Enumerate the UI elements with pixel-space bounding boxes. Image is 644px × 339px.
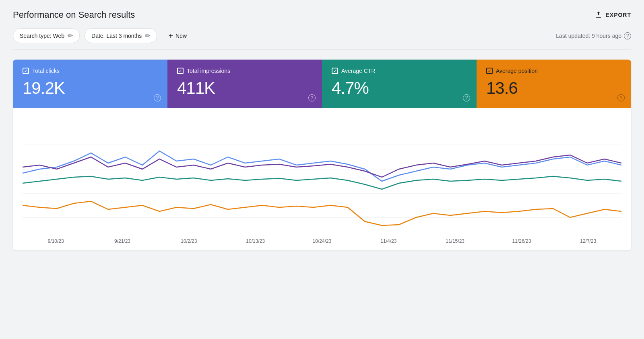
x-label-1: 9/21/23: [89, 238, 155, 244]
metric-label-impressions: Total impressions: [187, 68, 230, 74]
metric-card-total-impressions[interactable]: Total impressions 411K ?: [167, 60, 322, 108]
metric-label-position: Average position: [496, 68, 538, 74]
x-label-0: 9/10/23: [23, 238, 89, 244]
metric-label-ctr: Average CTR: [341, 68, 376, 74]
edit-icon: ✏: [68, 32, 73, 39]
date-filter[interactable]: Date: Last 3 months ✏: [85, 28, 157, 43]
export-icon: [594, 11, 603, 19]
filters-bar: Search type: Web ✏ Date: Last 3 months ✏…: [13, 28, 631, 50]
help-icon-ctr[interactable]: ?: [463, 94, 470, 101]
checkbox-avg-position: [486, 68, 493, 74]
metric-card-total-clicks[interactable]: Total clicks 19.2K ?: [13, 60, 167, 108]
checkbox-total-impressions: [177, 68, 184, 74]
x-label-4: 10/24/23: [289, 238, 355, 244]
ctr-line: [23, 176, 621, 189]
plus-icon: +: [168, 32, 173, 40]
metric-help-ctr[interactable]: ?: [463, 94, 470, 101]
page-header: Performance on Search results EXPORT: [13, 10, 631, 20]
x-label-7: 11/26/23: [488, 238, 555, 244]
x-label-5: 11/4/23: [355, 238, 422, 244]
checkbox-avg-ctr: [332, 68, 338, 74]
metric-card-header: Total impressions: [177, 68, 312, 74]
metric-value-ctr: 4.7%: [332, 79, 467, 97]
x-label-2: 10/2/23: [156, 238, 222, 244]
x-label-3: 10/13/23: [222, 238, 289, 244]
metric-value-position: 13.6: [486, 79, 621, 97]
help-icon-impressions[interactable]: ?: [308, 94, 316, 101]
metric-card-avg-position[interactable]: Average position 13.6 ?: [477, 60, 631, 108]
metric-help-impressions[interactable]: ?: [308, 94, 316, 101]
last-updated: Last updated: 9 hours ago ?: [556, 32, 631, 39]
help-icon-position[interactable]: ?: [617, 94, 625, 101]
impressions-line: [23, 155, 621, 177]
metric-card-header: Total clicks: [23, 68, 158, 74]
metric-value-clicks: 19.2K: [23, 79, 158, 97]
metrics-panel: Total clicks 19.2K ? Total impressions 4…: [13, 60, 631, 250]
metric-card-header: Average position: [486, 68, 621, 74]
x-axis-labels: 9/10/23 9/21/23 10/2/23 10/13/23 10/24/2…: [23, 235, 621, 244]
metric-help-clicks[interactable]: ?: [154, 94, 161, 101]
x-label-8: 12/7/23: [555, 238, 621, 244]
metrics-cards: Total clicks 19.2K ? Total impressions 4…: [13, 60, 631, 108]
help-icon-clicks[interactable]: ?: [154, 94, 161, 101]
export-button[interactable]: EXPORT: [594, 11, 631, 19]
metric-card-avg-ctr[interactable]: Average CTR 4.7% ?: [322, 60, 477, 108]
help-icon[interactable]: ?: [624, 32, 631, 39]
new-button[interactable]: + New: [162, 29, 193, 43]
edit-icon-date: ✏: [145, 32, 150, 39]
checkbox-total-clicks: [23, 68, 29, 74]
page-title: Performance on Search results: [13, 10, 135, 20]
metric-label-clicks: Total clicks: [32, 68, 60, 74]
position-line: [23, 201, 621, 225]
chart-area: 9/10/23 9/21/23 10/2/23 10/13/23 10/24/2…: [13, 108, 631, 250]
metric-value-impressions: 411K: [177, 79, 312, 97]
search-type-filter[interactable]: Search type: Web ✏: [13, 28, 80, 43]
performance-chart: [23, 121, 621, 234]
metric-card-header: Average CTR: [332, 68, 467, 74]
x-label-6: 11/15/23: [422, 238, 488, 244]
metric-help-position[interactable]: ?: [617, 94, 625, 101]
